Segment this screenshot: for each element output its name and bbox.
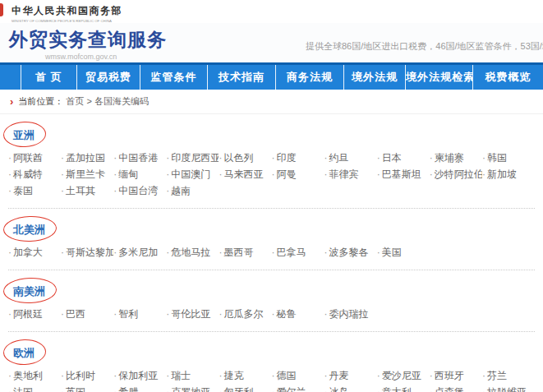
bullet-icon: · — [8, 247, 12, 258]
country-link[interactable]: ·日本 — [377, 151, 430, 168]
country-link[interactable]: ·缅甸 — [113, 168, 166, 184]
nav-tab-2[interactable]: 监管条件 — [140, 65, 207, 90]
section-title[interactable]: 北美洲 — [13, 223, 45, 238]
section-title[interactable]: 欧洲 — [13, 346, 35, 361]
country-link[interactable]: ·柬埔寨 — [430, 151, 482, 168]
country-link[interactable]: ·以色列 — [219, 151, 271, 168]
country-link[interactable]: ·多米尼加 — [113, 246, 166, 262]
country-link[interactable]: ·匈牙利 — [219, 385, 271, 392]
country-link[interactable]: ·哥伦比亚 — [166, 307, 219, 324]
country-link[interactable]: ·爱尔兰 — [271, 385, 324, 392]
country-name: 爱尔兰 — [276, 386, 306, 392]
country-link[interactable]: ·中国台湾 — [113, 184, 166, 201]
bullet-icon: · — [430, 386, 433, 392]
bullet-icon: · — [113, 185, 117, 196]
country-name: 越南 — [171, 185, 191, 196]
country-name: 以色列 — [223, 152, 253, 164]
country-link[interactable]: ·奥地利 — [8, 369, 61, 385]
country-name: 柬埔寨 — [435, 152, 464, 164]
country-link[interactable]: ·克罗地亚 — [166, 385, 219, 392]
country-link[interactable]: ·阿曼 — [271, 168, 324, 184]
country-link[interactable]: ·委内瑞拉 — [324, 307, 377, 324]
country-name: 智利 — [118, 308, 138, 320]
country-link[interactable]: ·阿联酋 — [8, 151, 61, 168]
country-link[interactable]: ·希腊 — [113, 385, 166, 392]
country-link[interactable]: ·芬兰 — [482, 369, 535, 385]
country-link[interactable]: ·危地马拉 — [166, 246, 219, 262]
country-link[interactable]: ·孟加拉国 — [61, 151, 113, 168]
bullet-icon: · — [8, 308, 12, 320]
country-link[interactable]: ·新加坡 — [482, 168, 535, 184]
country-link[interactable]: ·阿根廷 — [8, 307, 61, 324]
country-link[interactable]: ·巴基斯坦 — [377, 168, 430, 184]
national-emblem-icon — [0, 3, 3, 16]
bullet-icon: · — [271, 308, 274, 320]
country-name: 保加利亚 — [118, 370, 158, 381]
country-name: 缅甸 — [118, 168, 138, 180]
country-name: 印度 — [276, 152, 296, 164]
bullet-icon: · — [61, 370, 64, 381]
nav-tab-7[interactable]: 税费概览 — [472, 65, 543, 90]
nav-tab-5[interactable]: 境外法规 — [343, 65, 405, 90]
country-link[interactable]: ·巴拿马 — [271, 246, 324, 262]
country-name: 秘鲁 — [276, 308, 296, 320]
country-link[interactable]: ·越南 — [166, 184, 219, 201]
country-link[interactable]: ·巴西 — [61, 307, 113, 324]
country-link[interactable]: ·保加利亚 — [113, 369, 166, 385]
country-link[interactable]: ·马来西亚 — [219, 168, 271, 184]
country-link[interactable]: ·卢森堡 — [430, 385, 482, 392]
country-link[interactable]: ·科威特 — [8, 168, 61, 184]
country-link[interactable]: ·拉脱维亚 — [482, 385, 535, 392]
country-link[interactable]: ·沙特阿拉伯 — [430, 168, 482, 184]
section-title[interactable]: 南美洲 — [13, 284, 45, 299]
country-grid: ·奥地利·比利时·保加利亚·瑞士·捷克·德国·丹麦·爱沙尼亚·西班牙·芬兰·法国… — [8, 369, 535, 392]
country-link[interactable]: ·英国 — [61, 385, 113, 392]
breadcrumb-path[interactable]: 首页 > 各国海关编码 — [66, 95, 149, 108]
country-link[interactable]: ·冰岛 — [324, 385, 377, 392]
country-link[interactable]: ·哥斯达黎加 — [61, 246, 113, 262]
country-link[interactable]: ·德国 — [271, 369, 324, 385]
bullet-icon: · — [61, 247, 64, 258]
country-link[interactable]: ·丹麦 — [324, 369, 377, 385]
bullet-icon: · — [430, 152, 433, 164]
country-link[interactable]: ·斯里兰卡 — [61, 168, 113, 184]
country-link[interactable]: ·印度 — [271, 151, 324, 168]
country-name: 巴拿马 — [276, 247, 306, 258]
nav-tab-6[interactable]: 境外法规检索 — [405, 65, 472, 90]
country-link[interactable]: ·中国香港 — [113, 151, 166, 168]
country-name: 加拿大 — [13, 247, 43, 258]
country-name: 菲律宾 — [329, 168, 359, 180]
country-name: 丹麦 — [329, 370, 349, 381]
country-link[interactable]: ·智利 — [113, 307, 166, 324]
country-link[interactable]: ·韩国 — [482, 151, 535, 168]
country-link[interactable]: ·比利时 — [61, 369, 113, 385]
bullet-icon: · — [482, 370, 485, 381]
country-link[interactable]: ·中国澳门 — [166, 168, 219, 184]
country-link[interactable]: ·墨西哥 — [219, 246, 271, 262]
nav-tab-4[interactable]: 商务法规 — [275, 65, 343, 90]
bullet-icon: · — [61, 168, 64, 180]
country-link[interactable]: ·美国 — [377, 246, 430, 262]
country-link[interactable]: ·印度尼西亚 — [166, 151, 219, 168]
country-link[interactable]: ·加拿大 — [8, 246, 61, 262]
country-link[interactable]: ·厄瓜多尔 — [219, 307, 271, 324]
bullet-icon: · — [166, 168, 169, 180]
country-link[interactable]: ·秘鲁 — [271, 307, 324, 324]
country-link[interactable]: ·土耳其 — [61, 184, 113, 201]
country-link[interactable]: ·约旦 — [324, 151, 377, 168]
country-link[interactable]: ·爱沙尼亚 — [377, 369, 430, 385]
nav-tab-3[interactable]: 技术指南 — [207, 65, 275, 90]
country-link[interactable]: ·西班牙 — [430, 369, 482, 385]
bullet-icon: · — [430, 370, 433, 381]
country-link[interactable]: ·波多黎各 — [324, 246, 377, 262]
country-link[interactable]: ·泰国 — [8, 184, 61, 201]
country-link[interactable]: ·菲律宾 — [324, 168, 377, 184]
country-link[interactable]: ·法国 — [8, 385, 61, 392]
section-title[interactable]: 亚洲 — [13, 128, 35, 143]
country-link[interactable]: ·瑞士 — [166, 369, 219, 385]
country-name: 日本 — [382, 152, 402, 164]
nav-tab-0[interactable]: 首 页 — [21, 65, 76, 90]
country-link[interactable]: ·捷克 — [219, 369, 271, 385]
nav-tab-1[interactable]: 贸易税费 — [76, 65, 140, 90]
country-link[interactable]: ·意大利 — [377, 385, 430, 392]
